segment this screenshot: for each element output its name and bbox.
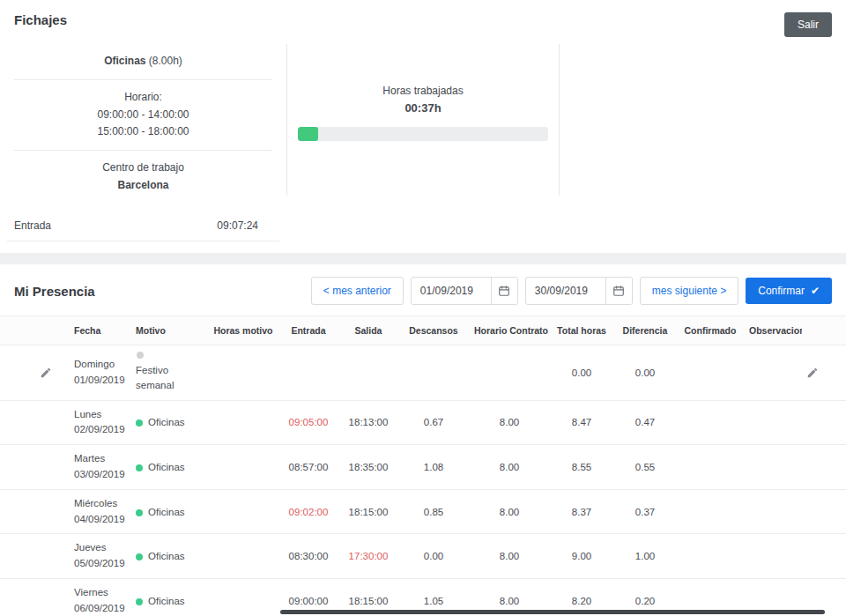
schedule-hours: (8.00h) <box>149 55 182 67</box>
edit-observations-button[interactable] <box>804 364 821 382</box>
entrada-cell: 08:30:00 <box>278 534 338 579</box>
table-row: Lunes 02/09/2019 Oficinas 09:05:00 18:13… <box>0 400 846 445</box>
confirm-button[interactable]: Confirmar ✔ <box>746 278 832 304</box>
motivo-cell: Oficinas <box>127 489 208 534</box>
salida-cell <box>338 345 398 401</box>
worked-hours-value: 00:37h <box>298 101 548 115</box>
diferencia-cell: 0.55 <box>613 445 677 490</box>
confirmado-cell <box>677 534 744 579</box>
work-center-block: Centro de trabajo Barcelona <box>14 151 272 204</box>
entrada-cell: 09:02:00 <box>278 489 338 534</box>
confirm-button-label: Confirmar <box>758 285 805 297</box>
edit-cell <box>802 445 846 490</box>
observaciones-cell <box>744 534 802 579</box>
header-edit <box>0 316 56 345</box>
salir-button[interactable]: Salir <box>784 12 832 37</box>
edit-cell <box>802 489 846 534</box>
motivo-dot <box>136 509 143 516</box>
motivo-cell: Oficinas <box>127 445 208 490</box>
header-total-horas: Total horas <box>550 316 613 345</box>
next-month-button[interactable]: mes siguiente > <box>640 277 738 305</box>
fichajes-title: Fichajes <box>14 12 67 27</box>
date-from-field: 01/09/2019 <box>411 277 518 305</box>
header-confirmado: Confirmado <box>677 316 744 345</box>
salida-cell: 18:35:00 <box>338 445 398 490</box>
edit-row-button[interactable] <box>37 364 55 382</box>
fichajes-header: Fichajes Salir <box>0 0 846 37</box>
pencil-icon <box>40 367 52 379</box>
descansos-cell: 1.08 <box>398 445 469 490</box>
fecha-cell: Jueves 05/09/2019 <box>56 534 127 579</box>
total-horas-cell: 0.00 <box>550 345 613 401</box>
horas-motivo-cell <box>208 445 278 490</box>
observaciones-cell <box>744 445 802 490</box>
edit-cell <box>802 534 846 579</box>
prev-month-button[interactable]: < mes anterior <box>311 277 404 305</box>
horas-motivo-cell <box>208 489 278 534</box>
presencia-header: Mi Presencia < mes anterior 01/09/2019 3… <box>0 264 846 315</box>
confirmado-cell <box>677 400 744 445</box>
observaciones-cell <box>744 400 802 445</box>
calendar-icon <box>498 285 510 297</box>
header-edit-right <box>802 316 846 345</box>
worked-hours-label: Horas trabajadas <box>298 85 548 97</box>
observaciones-cell <box>744 345 802 401</box>
horas-motivo-cell <box>208 579 278 616</box>
horas-motivo-cell <box>208 345 278 401</box>
edit-cell <box>0 534 56 579</box>
total-horas-cell: 8.37 <box>550 489 613 534</box>
motivo-cell: Oficinas <box>127 400 208 445</box>
fecha-cell: Domingo 01/09/2019 <box>56 345 127 401</box>
calendar-to-button[interactable] <box>605 278 632 304</box>
edit-cell <box>802 345 846 401</box>
morning-range: 09:00:00 - 14:00:00 <box>14 107 272 124</box>
schedule-times-block: Horario: 09:00:00 - 14:00:00 15:00:00 - … <box>14 80 272 151</box>
fecha-cell: Lunes 02/09/2019 <box>56 400 127 445</box>
fecha-cell: Martes 03/09/2019 <box>56 445 127 490</box>
table-row: Domingo 01/09/2019 Festivo semanal 0.00 … <box>0 345 846 401</box>
salida-cell: 18:13:00 <box>338 400 398 445</box>
entry-time: 09:07:24 <box>217 219 258 232</box>
schedule-name-block: Oficinas (8.00h) <box>14 44 272 80</box>
schedule-column: Oficinas (8.00h) Horario: 09:00:00 - 14:… <box>0 44 286 241</box>
entry-row: Entrada 09:07:24 <box>7 214 279 241</box>
header-horario-contrato: Horario Contrato <box>469 316 550 345</box>
diferencia-cell: 0.37 <box>613 489 677 534</box>
motivo-dot <box>137 352 144 359</box>
total-horas-cell: 9.00 <box>550 534 613 579</box>
header-observaciones: Observaciones <box>744 316 802 345</box>
motivo-dot <box>136 598 143 605</box>
descansos-cell: 0.00 <box>398 534 469 579</box>
edit-cell <box>0 400 56 445</box>
presencia-title: Mi Presencia <box>14 284 95 299</box>
horizontal-scrollbar[interactable] <box>280 610 825 614</box>
confirmado-cell <box>677 489 744 534</box>
date-to-input[interactable]: 30/09/2019 <box>526 278 605 304</box>
mi-presencia-card: Mi Presencia < mes anterior 01/09/2019 3… <box>0 264 846 616</box>
horario-contrato-cell: 8.00 <box>469 445 550 490</box>
table-row: Jueves 05/09/2019 Oficinas 08:30:00 17:3… <box>0 534 846 579</box>
afternoon-range: 15:00:00 - 18:00:00 <box>14 123 272 141</box>
confirmado-cell <box>677 445 744 490</box>
horario-label: Horario: <box>14 89 272 107</box>
header-diferencia: Diferencia <box>613 316 677 345</box>
horario-contrato-cell: 8.00 <box>469 534 550 579</box>
descansos-cell: 0.67 <box>398 400 469 445</box>
confirmado-cell <box>677 345 744 401</box>
worked-progress-fill <box>298 127 318 141</box>
total-horas-cell: 8.55 <box>550 445 613 490</box>
date-from-input[interactable]: 01/09/2019 <box>412 278 491 304</box>
salida-cell: 18:15:00 <box>338 489 398 534</box>
table-header-row: Fecha Motivo Horas motivo Entrada Salida… <box>0 316 846 345</box>
edit-cell <box>0 489 56 534</box>
descansos-cell: 0.85 <box>398 489 469 534</box>
fichajes-card: Fichajes Salir Oficinas (8.00h) Horario:… <box>0 0 846 253</box>
header-motivo: Motivo <box>127 316 208 345</box>
pencil-icon <box>806 367 819 379</box>
calendar-from-button[interactable] <box>491 278 517 304</box>
edit-cell <box>0 579 56 616</box>
diferencia-cell: 0.47 <box>613 400 677 445</box>
entry-label: Entrada <box>14 219 51 232</box>
diferencia-cell: 0.00 <box>613 345 677 401</box>
fichajes-body: Oficinas (8.00h) Horario: 09:00:00 - 14:… <box>0 44 846 241</box>
